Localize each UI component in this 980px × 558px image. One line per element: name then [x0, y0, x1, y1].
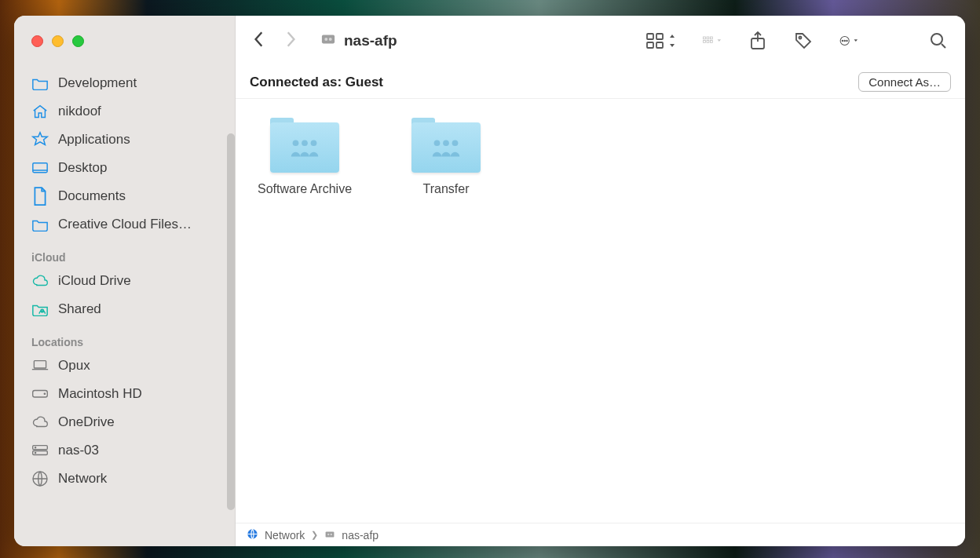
more-options-button[interactable] [839, 31, 858, 50]
chevron-updown-icon [668, 35, 676, 47]
sidebar-item-label: Network [58, 471, 107, 487]
svg-rect-18 [707, 37, 709, 39]
sidebar-item-onedrive[interactable]: OneDrive [30, 411, 225, 433]
finder-window: Development nikdoof Applications Desktop… [14, 16, 965, 546]
window-title: nas-afp [320, 32, 397, 50]
folder-item-transfer[interactable]: Transfer [393, 118, 499, 196]
network-icon [31, 471, 49, 487]
sidebar-item-label: Documents [58, 188, 126, 204]
svg-rect-16 [656, 42, 663, 48]
path-segment-network[interactable]: Network [265, 529, 305, 542]
svg-point-12 [329, 38, 332, 41]
svg-rect-37 [326, 531, 335, 537]
svg-point-34 [443, 140, 449, 146]
sidebar-item-macintosh-hd[interactable]: Macintosh HD [30, 383, 225, 405]
svg-point-30 [293, 140, 299, 146]
sidebar-item-development[interactable]: Development [30, 72, 225, 94]
shared-folder-icon [270, 118, 339, 173]
sidebar-item-home[interactable]: nikdoof [30, 100, 225, 122]
path-segment-current[interactable]: nas-afp [342, 529, 378, 542]
svg-point-33 [434, 140, 441, 146]
search-button[interactable] [929, 31, 948, 50]
sidebar-item-label: Macintosh HD [58, 386, 142, 402]
share-button[interactable] [748, 31, 767, 50]
sidebar-item-documents[interactable]: Documents [30, 185, 225, 207]
folder-label: Transfer [393, 182, 499, 196]
hdd-icon [31, 386, 49, 402]
connection-info-bar: Connected as: Guest Connect As… [236, 66, 965, 99]
svg-rect-0 [33, 163, 47, 173]
network-share-icon [324, 529, 335, 542]
svg-point-8 [35, 453, 35, 454]
home-icon [31, 104, 49, 119]
svg-rect-2 [34, 361, 46, 368]
svg-rect-22 [710, 40, 712, 42]
close-window-button[interactable] [31, 35, 43, 47]
svg-rect-21 [707, 40, 709, 42]
sidebar-scrollbar[interactable] [227, 133, 235, 510]
network-share-icon [320, 32, 336, 50]
path-bar: Network ❯ nas-afp [236, 523, 965, 546]
svg-point-26 [842, 40, 843, 41]
svg-point-35 [452, 140, 459, 146]
shared-folder-icon [411, 118, 481, 173]
sidebar-item-label: nas-03 [58, 443, 99, 458]
sidebar-item-applications[interactable]: Applications [30, 129, 225, 151]
svg-point-7 [35, 447, 35, 448]
window-controls [14, 16, 235, 66]
tags-button[interactable] [794, 31, 813, 50]
cloud-icon [31, 273, 49, 289]
sidebar-item-label: nikdoof [58, 104, 101, 119]
toolbar: nas-afp [236, 16, 965, 66]
sidebar-item-label: Development [58, 75, 137, 91]
sidebar-item-label: Desktop [58, 160, 107, 176]
view-mode-button[interactable] [646, 33, 676, 49]
svg-rect-15 [647, 42, 653, 48]
sidebar-item-nas03[interactable]: nas-03 [30, 439, 225, 461]
svg-point-31 [302, 140, 308, 146]
sidebar-section-icloud: iCloud [31, 251, 225, 264]
title-text: nas-afp [344, 32, 397, 49]
sidebar-item-opux[interactable]: Opux [30, 355, 225, 377]
applications-icon [31, 132, 49, 148]
svg-rect-10 [322, 35, 335, 43]
folder-content[interactable]: Software Archive Transfer [236, 99, 965, 523]
forward-button[interactable] [284, 31, 297, 52]
chevron-down-icon [717, 38, 722, 44]
svg-point-28 [847, 40, 847, 41]
laptop-icon [31, 358, 49, 374]
connect-as-button[interactable]: Connect As… [858, 72, 951, 92]
network-icon [247, 528, 258, 542]
svg-point-27 [844, 40, 845, 41]
sidebar-item-label: Creative Cloud Files… [58, 217, 192, 232]
folder-icon [31, 75, 49, 91]
svg-rect-17 [704, 37, 706, 39]
svg-point-29 [931, 34, 942, 45]
back-button[interactable] [253, 31, 265, 52]
svg-rect-20 [704, 40, 706, 42]
sidebar-item-label: Opux [58, 358, 90, 374]
sidebar-item-shared[interactable]: Shared [30, 298, 225, 320]
folder-label: Software Archive [251, 182, 358, 196]
sidebar-section-locations: Locations [31, 336, 225, 348]
connection-status-text: Connected as: Guest [250, 75, 383, 90]
sidebar-item-icloud-drive[interactable]: iCloud Drive [30, 270, 225, 292]
svg-rect-13 [647, 34, 653, 39]
sidebar-item-creative-cloud[interactable]: Creative Cloud Files… [30, 213, 225, 235]
document-icon [31, 188, 49, 204]
folder-icon [31, 217, 49, 232]
svg-point-32 [311, 140, 317, 146]
folder-item-software-archive[interactable]: Software Archive [251, 118, 358, 196]
sidebar-item-desktop[interactable]: Desktop [30, 157, 225, 179]
minimize-window-button[interactable] [52, 35, 64, 47]
sidebar-item-label: Applications [58, 132, 130, 148]
svg-point-4 [44, 393, 45, 394]
desktop-icon [31, 160, 49, 176]
sidebar-item-label: OneDrive [58, 414, 115, 430]
group-by-button[interactable] [703, 31, 722, 50]
chevron-down-icon [854, 38, 858, 44]
svg-point-24 [799, 37, 802, 39]
sidebar-item-network[interactable]: Network [30, 468, 225, 490]
zoom-window-button[interactable] [72, 35, 84, 47]
chevron-right-icon: ❯ [311, 530, 318, 540]
